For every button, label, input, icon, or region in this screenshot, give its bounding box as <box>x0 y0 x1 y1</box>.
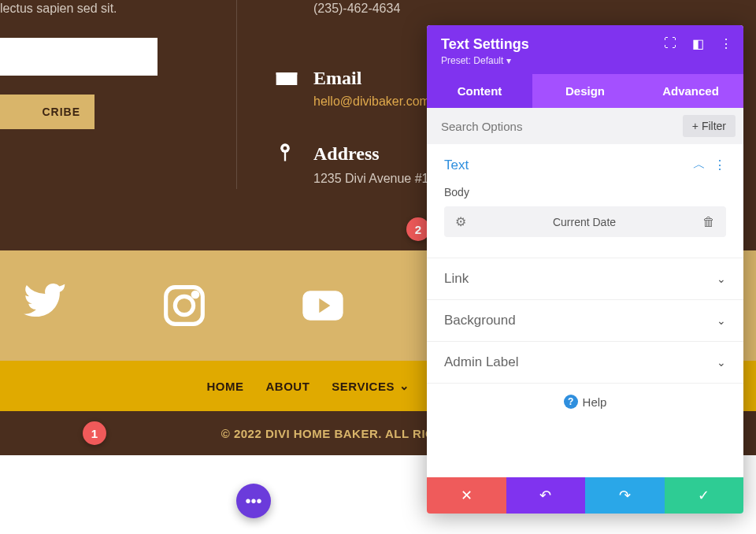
tab-advanced[interactable]: Advanced <box>638 74 743 108</box>
panel-header-icons: ⛶ ◧ ⋮ <box>664 36 732 51</box>
tab-content[interactable]: Content <box>427 74 532 108</box>
field-value: Current Date <box>553 216 616 228</box>
search-input[interactable] <box>441 120 683 133</box>
svg-rect-2 <box>284 152 286 161</box>
chevron-down-icon: ⌄ <box>717 273 726 285</box>
subscribe-button[interactable]: CRIBE <box>0 95 94 129</box>
panel-preset[interactable]: Preset: Default ▾ <box>441 55 729 66</box>
undo-icon: ↶ <box>539 487 551 504</box>
chevron-down-icon: ⌄ <box>717 314 726 327</box>
trash-icon[interactable]: 🗑 <box>702 215 715 229</box>
youtube-icon[interactable] <box>301 284 345 328</box>
section-link: Link ⌄ <box>427 258 743 300</box>
instagram-icon[interactable] <box>162 284 206 328</box>
section-text-body: Body ⚙ Current Date 🗑 <box>427 186 743 258</box>
footer-text-fragment: lectus sapien sed sit. <box>0 2 117 16</box>
section-link-header[interactable]: Link ⌄ <box>427 258 743 299</box>
close-button[interactable]: ✕ <box>427 477 506 514</box>
search-row: + Filter <box>427 108 743 144</box>
chevron-down-icon: ⌄ <box>717 356 726 369</box>
panel-header: Text Settings Preset: Default ▾ ⛶ ◧ ⋮ <box>427 25 743 74</box>
map-pin-icon <box>274 142 299 167</box>
nav-home[interactable]: HOME <box>207 380 244 393</box>
chevron-down-icon: ⌄ <box>399 379 410 393</box>
close-icon: ✕ <box>461 487 472 504</box>
save-button[interactable]: ✓ <box>665 477 744 514</box>
dynamic-field-row: ⚙ Current Date 🗑 <box>444 206 726 237</box>
panel-tabs: Content Design Advanced <box>427 74 743 108</box>
section-background: Background ⌄ <box>427 300 743 342</box>
more-horizontal-icon: ••• <box>245 492 261 510</box>
email-value[interactable]: hello@divibaker.com <box>313 95 430 109</box>
text-settings-panel: Text Settings Preset: Default ▾ ⛶ ◧ ⋮ Co… <box>427 25 743 514</box>
gear-icon[interactable]: ⚙ <box>455 214 466 229</box>
redo-button[interactable]: ↷ <box>585 477 665 514</box>
nav-about[interactable]: ABOUT <box>266 380 310 393</box>
section-admin-label-header[interactable]: Admin Label ⌄ <box>427 342 743 383</box>
undo-button[interactable]: ↶ <box>506 477 586 514</box>
svg-point-4 <box>175 296 193 314</box>
caret-down-icon: ▾ <box>506 55 511 66</box>
tab-design[interactable]: Design <box>532 74 638 108</box>
envelope-icon <box>274 66 299 91</box>
svg-point-5 <box>193 292 198 297</box>
section-admin-label: Admin Label ⌄ <box>427 342 743 384</box>
twitter-icon[interactable] <box>24 284 68 328</box>
svg-point-1 <box>284 146 287 150</box>
kebab-menu-icon[interactable]: ⋮ <box>713 158 726 172</box>
phone-number: (235)-462-4634 <box>313 2 400 16</box>
address-label: Address <box>313 143 380 165</box>
email-input[interactable] <box>0 38 158 76</box>
filter-button[interactable]: + Filter <box>683 115 736 137</box>
columns-icon[interactable]: ◧ <box>692 36 704 51</box>
section-background-header[interactable]: Background ⌄ <box>427 300 743 341</box>
redo-icon: ↷ <box>619 487 631 504</box>
expand-icon[interactable]: ⛶ <box>664 36 676 51</box>
panel-actions: ✕ ↶ ↷ ✓ <box>427 477 743 514</box>
check-icon: ✓ <box>698 487 710 504</box>
plus-icon: + <box>692 120 699 132</box>
nav-services[interactable]: SERVICES ⌄ <box>332 379 410 393</box>
help-icon: ? <box>564 395 578 409</box>
body-label: Body <box>444 186 726 198</box>
marker-badge-1: 1 <box>83 421 106 445</box>
vertical-divider <box>236 0 237 189</box>
kebab-menu-icon[interactable]: ⋮ <box>720 36 732 51</box>
more-options-fab[interactable]: ••• <box>236 484 271 518</box>
help-row[interactable]: ? Help <box>427 384 743 420</box>
email-label: Email <box>313 68 361 89</box>
section-text: Text ︿ ⋮ Body ⚙ Current Date 🗑 <box>427 144 743 258</box>
address-value: 1235 Divi Avenue #10 <box>313 172 435 186</box>
chevron-up-icon: ︿ <box>693 157 706 173</box>
section-text-header[interactable]: Text ︿ ⋮ <box>427 144 743 186</box>
